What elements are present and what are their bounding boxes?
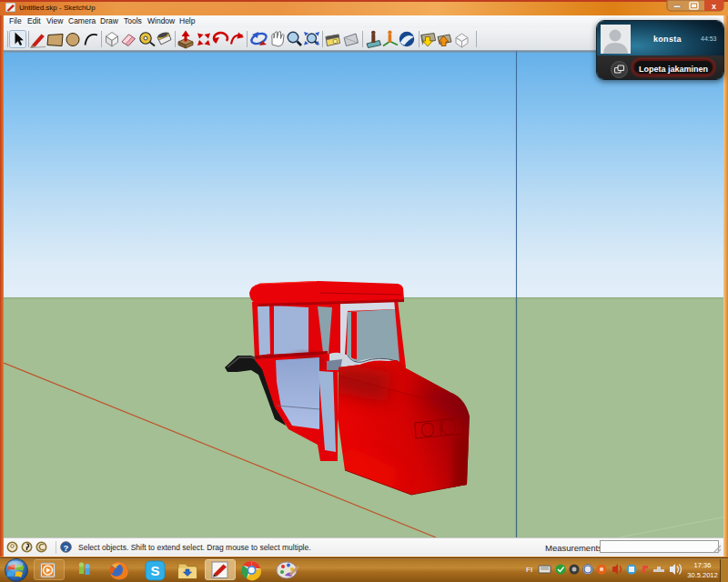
svg-text:30.5.2012: 30.5.2012 [687,571,717,579]
svg-text:x: x [712,2,716,11]
svg-text:17:36: 17:36 [694,561,712,569]
svg-text:?: ? [64,543,69,553]
svg-text:FI: FI [526,566,532,574]
svg-text:S: S [150,563,159,578]
